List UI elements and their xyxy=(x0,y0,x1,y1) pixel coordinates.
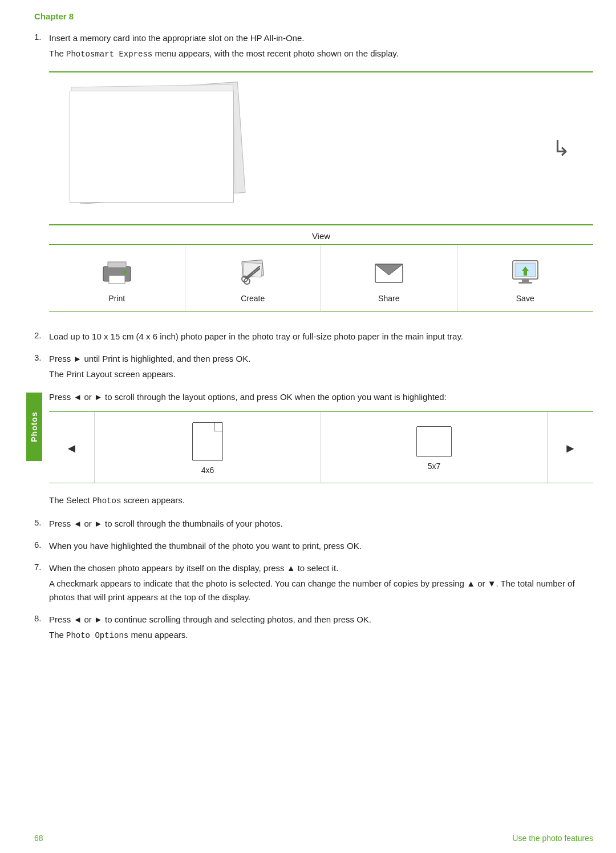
layout-cell-right: ► xyxy=(548,412,593,483)
step-3: Press ► until Print is highlighted, and … xyxy=(34,352,593,383)
icon-grid: Print xyxy=(49,244,593,312)
paper-5x7-icon xyxy=(416,426,452,457)
right-arrow-icon: ► xyxy=(564,441,577,456)
step-2: Load up to 10 x 15 cm (4 x 6 inch) photo… xyxy=(34,330,593,345)
layout-grid: ◄ 4x6 5x7 ► xyxy=(49,411,593,483)
step-3-content: Press ► until Print is highlighted, and … xyxy=(49,352,593,383)
step-5: Press ◄ or ► to scroll through the thumb… xyxy=(34,517,593,532)
layout-cell-4x6: 4x6 xyxy=(95,412,321,483)
step-5-text: Press ◄ or ► to scroll through the thumb… xyxy=(49,517,593,530)
left-arrow-icon: ◄ xyxy=(66,441,78,456)
paper-4x6-icon xyxy=(192,422,223,461)
save-label: Save xyxy=(516,294,534,303)
save-icon xyxy=(506,255,545,288)
step-6-text: When you have highlighted the thumbnail … xyxy=(49,539,593,552)
step-1-sub: The Photosmart Express menu appears, wit… xyxy=(49,47,593,61)
footer-page-number: 68 xyxy=(34,834,43,843)
layout-cell-left: ◄ xyxy=(49,412,95,483)
photo-stack xyxy=(66,83,249,214)
icon-cell-create: Create xyxy=(185,245,322,311)
sidebar-label: Photos xyxy=(30,411,39,442)
step-4-text: Press ◄ or ► to scroll through the layou… xyxy=(49,390,593,403)
step-6-content: When you have highlighted the thumbnail … xyxy=(49,539,593,555)
svg-rect-15 xyxy=(518,282,532,284)
svg-point-3 xyxy=(123,270,127,274)
step-7-text: When the chosen photo appears by itself … xyxy=(49,561,593,575)
icon-cell-print: Print xyxy=(49,245,185,311)
sidebar-tab: Photos xyxy=(26,393,42,461)
step-1-content: Insert a memory card into the appropriat… xyxy=(49,31,593,323)
page-footer: 68 Use the photo features xyxy=(34,834,593,843)
step-list: Insert a memory card into the appropriat… xyxy=(34,31,593,645)
chapter-title: Chapter 8 xyxy=(34,11,74,21)
step-2-text: Load up to 10 x 15 cm (4 x 6 inch) photo… xyxy=(49,330,593,343)
step-5-content: Press ◄ or ► to scroll through the thumb… xyxy=(49,517,593,532)
step-1-text: Insert a memory card into the appropriat… xyxy=(49,31,593,45)
print-icon xyxy=(98,255,136,288)
icon-cell-save: Save xyxy=(457,245,594,311)
share-icon xyxy=(370,255,408,288)
layout-grid-wrapper: ◄ 4x6 5x7 ► xyxy=(49,411,593,483)
step-7: When the chosen photo appears by itself … xyxy=(34,561,593,606)
step-7-content: When the chosen photo appears by itself … xyxy=(49,561,593,606)
photo-front xyxy=(70,91,234,203)
step-8-text: Press ◄ or ► to continue scrolling throu… xyxy=(49,613,593,626)
footer-section-label: Use the photo features xyxy=(512,834,593,843)
chapter-header: Chapter 8 xyxy=(34,11,593,21)
step-4-content: Press ◄ or ► to scroll through the layou… xyxy=(49,390,593,510)
share-label: Share xyxy=(378,294,399,303)
step-8-sub: The Photo Options menu appears. xyxy=(49,628,593,642)
step-4: Press ◄ or ► to scroll through the layou… xyxy=(34,390,593,510)
layout-label-4x6: 4x6 xyxy=(201,466,214,475)
step-2-content: Load up to 10 x 15 cm (4 x 6 inch) photo… xyxy=(49,330,593,345)
step-3-text: Press ► until Print is highlighted, and … xyxy=(49,352,593,365)
svg-rect-2 xyxy=(109,276,125,284)
print-label: Print xyxy=(108,294,125,303)
layout-cell-5x7: 5x7 xyxy=(321,412,548,483)
icon-cell-share: Share xyxy=(321,245,457,311)
create-label: Create xyxy=(241,294,265,303)
step-7-sub: A checkmark appears to indicate that the… xyxy=(49,577,593,604)
view-label: View xyxy=(49,231,593,241)
step-1: Insert a memory card into the appropriat… xyxy=(34,31,593,323)
curved-arrow-icon: ↳ xyxy=(552,136,570,161)
select-photos-text: The Select Photos screen appears. xyxy=(49,494,593,508)
step-3-sub: The Print Layout screen appears. xyxy=(49,367,593,381)
svg-rect-1 xyxy=(108,262,126,268)
step-8-content: Press ◄ or ► to continue scrolling throu… xyxy=(49,613,593,645)
step-8: Press ◄ or ► to continue scrolling throu… xyxy=(34,613,593,645)
view-grid: View xyxy=(49,231,593,312)
step-6: When you have highlighted the thumbnail … xyxy=(34,539,593,555)
layout-label-5x7: 5x7 xyxy=(428,462,441,471)
photo-display-box: ↳ xyxy=(49,71,593,225)
create-icon xyxy=(233,255,272,288)
